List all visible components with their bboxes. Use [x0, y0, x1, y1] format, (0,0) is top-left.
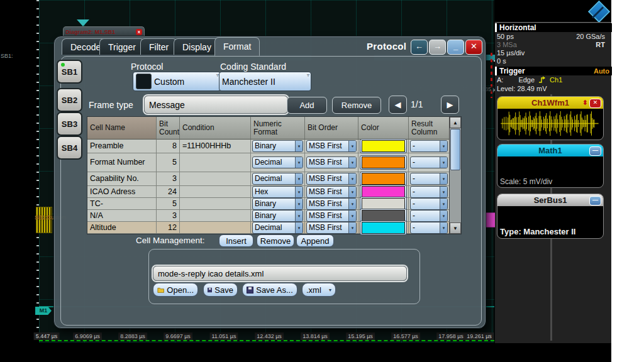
- header-bit-order: Bit Order: [305, 117, 358, 140]
- dropdown-arrow-icon: ▾: [440, 222, 447, 233]
- sb1-track-label: SB1:: [1, 53, 13, 59]
- insert-cell-button[interactable]: Insert: [219, 234, 253, 247]
- add-frame-button[interactable]: Add: [287, 97, 327, 114]
- scroll-up-icon[interactable]: ▲: [450, 117, 461, 128]
- table-row[interactable]: Altitude12Decimal▾MSB First▾-▾: [87, 222, 449, 234]
- prev-frame-button[interactable]: ◀: [389, 96, 407, 114]
- dropdown-arrow-icon: ▾: [348, 222, 356, 233]
- ch1wfm1-close-icon[interactable]: ✕: [589, 99, 601, 108]
- folder-icon: [157, 287, 164, 293]
- serbus1-minimize-icon[interactable]: —: [589, 196, 601, 206]
- remove-cell-button[interactable]: Remove: [257, 234, 294, 247]
- result-column-select[interactable]: -▾: [410, 156, 448, 168]
- time-label: 9.6697 µs: [164, 332, 192, 340]
- bit-order-select[interactable]: MSB First▾: [306, 186, 357, 198]
- open-file-button[interactable]: Open...: [153, 283, 198, 297]
- dropdown-arrow-icon: ▾: [295, 157, 303, 168]
- table-header-row: Cell Name Bit Count Condition Numeric Fo…: [87, 117, 449, 140]
- serbus1-panel[interactable]: SerBus1 — Type: Manchester II Manc Data:…: [497, 194, 604, 239]
- file-extension-select[interactable]: .xml ▾: [302, 283, 336, 297]
- diagram-close-icon[interactable]: x: [136, 29, 142, 35]
- bit-order-select[interactable]: MSB First▾: [306, 173, 357, 185]
- numeric-format-select[interactable]: Decimal▾: [252, 173, 303, 185]
- forward-button[interactable]: →: [429, 40, 446, 55]
- custom-protocol-icon: [136, 74, 152, 89]
- cell-name-value: TC-: [87, 198, 157, 210]
- table-scrollbar[interactable]: ▲ ▼: [449, 117, 461, 234]
- serial-bus-tab-sb4[interactable]: SB4: [57, 136, 82, 160]
- next-frame-button[interactable]: ▶: [441, 96, 459, 114]
- condition-value: [180, 186, 251, 198]
- color-picker-button[interactable]: [360, 155, 407, 170]
- condition-value: [180, 210, 251, 222]
- bit-order-select[interactable]: MSB First▾: [306, 198, 357, 210]
- numeric-format-select[interactable]: Decimal▾: [252, 156, 303, 168]
- trigger-section-header[interactable]: Trigger Auto: [495, 67, 612, 75]
- result-column-select[interactable]: -▾: [410, 140, 448, 152]
- result-column-select[interactable]: -▾: [410, 210, 448, 222]
- color-picker-button[interactable]: [360, 172, 407, 186]
- save-as-button[interactable]: Save As...: [242, 283, 297, 297]
- back-button[interactable]: ←: [411, 40, 428, 55]
- table-row[interactable]: Capability No.3Decimal▾MSB First▾-▾: [87, 172, 449, 186]
- dropdown-arrow-icon: ▾: [440, 211, 447, 221]
- result-column-select[interactable]: -▾: [410, 222, 448, 234]
- result-column-select[interactable]: -▾: [410, 198, 448, 210]
- numeric-format-select[interactable]: Decimal▾: [252, 222, 303, 234]
- horizontal-section-header[interactable]: Horizontal: [495, 23, 612, 32]
- tab-display[interactable]: Display: [174, 38, 220, 55]
- math1-panel[interactable]: Math1 — Scale: 5 mV/div Max: 45 mV FIR(l…: [497, 144, 604, 188]
- math1-minimize-icon[interactable]: —: [589, 146, 601, 156]
- frame-type-input[interactable]: Message: [144, 96, 288, 114]
- scroll-down-icon[interactable]: ▼: [450, 222, 461, 234]
- append-cell-button[interactable]: Append: [296, 234, 334, 247]
- filename-input[interactable]: mode-s-reply icao details.xml: [153, 266, 407, 281]
- color-picker-button[interactable]: [360, 221, 407, 235]
- bit-count-value: 5: [157, 153, 180, 172]
- updown-arrows-icon[interactable]: ⬍: [582, 98, 588, 107]
- result-column-select[interactable]: -▾: [410, 186, 448, 198]
- condition-value: [180, 222, 251, 234]
- coding-standard-select[interactable]: Manchester II ▿: [219, 72, 311, 91]
- cell-name-value: Preamble: [87, 140, 157, 153]
- dropdown-arrow-icon: ▾: [348, 187, 356, 197]
- bit-order-select[interactable]: MSB First▾: [306, 156, 357, 168]
- table-row[interactable]: Preamble8=11H00HHHbBinary▾MSB First▾-▾: [87, 140, 449, 153]
- cell-name-value: ICAO Adress: [87, 186, 157, 198]
- time-label: 16.577 µs: [391, 332, 420, 340]
- remove-frame-button[interactable]: Remove: [332, 97, 381, 114]
- color-picker-button[interactable]: [360, 139, 407, 153]
- close-button[interactable]: ✕: [465, 40, 482, 55]
- numeric-format-select[interactable]: Binary▾: [252, 198, 303, 210]
- trigger-position-marker[interactable]: [77, 19, 89, 26]
- serial-bus-tab-sb2[interactable]: SB2: [57, 88, 82, 112]
- color-swatch: [362, 210, 405, 222]
- minimize-button[interactable]: _: [447, 40, 464, 55]
- dropdown-arrow-icon: ▾: [440, 173, 447, 184]
- numeric-format-select[interactable]: Hex▾: [252, 186, 303, 198]
- result-column-select[interactable]: -▾: [410, 173, 448, 185]
- scrollbar-thumb[interactable]: [450, 129, 460, 170]
- bit-order-select[interactable]: MSB First▾: [306, 210, 357, 222]
- save-file-button[interactable]: Save: [203, 283, 238, 297]
- bit-order-select[interactable]: MSB First▾: [306, 222, 357, 234]
- serial-bus-tab-sb3[interactable]: SB3: [57, 112, 82, 136]
- table-row[interactable]: Format Number5Decimal▾MSB First▾-▾: [87, 153, 449, 172]
- cell-definition-table: Cell Name Bit Count Condition Numeric Fo…: [87, 116, 462, 234]
- axis-baseline: [39, 340, 494, 341]
- numeric-format-select[interactable]: Binary▾: [252, 210, 303, 222]
- header-numeric-format: Numeric Format: [251, 117, 305, 140]
- tab-filter[interactable]: Filter: [140, 38, 177, 55]
- ch1wfm1-panel[interactable]: Ch1Wfm1 ⬍ ✕: [497, 96, 604, 140]
- condition-value: [180, 153, 251, 172]
- numeric-format-select[interactable]: Binary▾: [252, 140, 303, 152]
- horizontal-sample-rate: 20 GSa/s: [576, 33, 605, 40]
- tab-format[interactable]: Format: [214, 37, 260, 56]
- serial-bus-tab-sb1[interactable]: SB1: [57, 60, 82, 84]
- tab-trigger[interactable]: Trigger: [99, 38, 145, 55]
- ch1-waveform-thumbnail: [497, 109, 603, 138]
- trigger-mode-badge: Auto: [594, 67, 609, 75]
- header-condition: Condition: [180, 117, 251, 140]
- bit-order-select[interactable]: MSB First▾: [306, 140, 357, 152]
- protocol-select[interactable]: Custom ▿: [133, 72, 221, 91]
